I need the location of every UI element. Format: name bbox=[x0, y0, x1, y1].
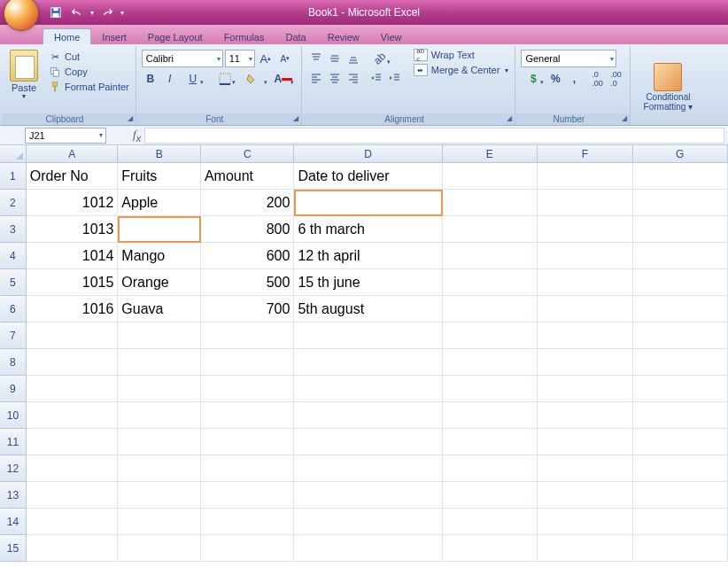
cell-C15[interactable] bbox=[201, 535, 294, 562]
cell-A10[interactable] bbox=[27, 402, 119, 429]
align-left-button[interactable] bbox=[307, 69, 325, 87]
qat-dropdown[interactable]: ▾ bbox=[89, 4, 96, 21]
select-all-corner[interactable] bbox=[0, 145, 27, 163]
cell-F8[interactable] bbox=[538, 349, 632, 376]
row-header-5[interactable]: 5 bbox=[0, 269, 27, 296]
clipboard-launcher[interactable]: ◢ bbox=[128, 114, 133, 122]
cell-B6[interactable]: Guava bbox=[118, 296, 201, 323]
cell-E8[interactable] bbox=[443, 349, 538, 376]
cell-C2[interactable]: 200 bbox=[201, 190, 294, 216]
align-center-button[interactable] bbox=[326, 69, 344, 87]
number-launcher[interactable]: ◢ bbox=[622, 114, 627, 122]
align-bottom-button[interactable] bbox=[345, 50, 362, 67]
alignment-launcher[interactable]: ◢ bbox=[507, 114, 512, 122]
cell-E3[interactable] bbox=[443, 216, 538, 243]
cell-B7[interactable] bbox=[118, 323, 201, 349]
redo-icon[interactable] bbox=[97, 4, 117, 21]
cell-D2[interactable] bbox=[294, 190, 442, 216]
cell-E9[interactable] bbox=[443, 376, 538, 402]
cell-F6[interactable] bbox=[538, 296, 632, 323]
cell-E15[interactable] bbox=[443, 535, 538, 562]
cell-G11[interactable] bbox=[633, 429, 728, 455]
underline-button[interactable]: U bbox=[181, 70, 205, 88]
cell-B4[interactable]: Mango bbox=[118, 243, 201, 269]
row-header-8[interactable]: 8 bbox=[0, 349, 27, 376]
cell-D12[interactable] bbox=[294, 455, 442, 482]
conditional-formatting-button[interactable]: ConditionalFormatting ▾ bbox=[639, 63, 696, 112]
cell-E7[interactable] bbox=[443, 323, 538, 349]
paste-icon[interactable] bbox=[10, 50, 38, 82]
row-header-15[interactable]: 15 bbox=[0, 535, 27, 562]
cell-G12[interactable] bbox=[633, 455, 728, 482]
cell-C11[interactable] bbox=[201, 429, 294, 455]
cell-G14[interactable] bbox=[633, 509, 728, 535]
undo-icon[interactable] bbox=[67, 4, 87, 21]
cell-D5[interactable]: 15 th june bbox=[294, 269, 442, 296]
cell-G2[interactable] bbox=[633, 190, 728, 216]
cell-A11[interactable] bbox=[27, 429, 119, 455]
cell-A9[interactable] bbox=[27, 376, 119, 402]
cell-D4[interactable]: 12 th april bbox=[294, 243, 442, 269]
decrease-decimal-button[interactable]: .00.0 bbox=[607, 70, 624, 88]
tab-view[interactable]: View bbox=[370, 29, 413, 44]
cell-A12[interactable] bbox=[27, 455, 119, 482]
row-header-2[interactable]: 2 bbox=[0, 190, 27, 216]
row-header-10[interactable]: 10 bbox=[0, 402, 27, 429]
cell-B14[interactable] bbox=[118, 509, 201, 535]
paste-dropdown[interactable]: ▼ bbox=[21, 93, 27, 99]
cell-D8[interactable] bbox=[294, 349, 442, 376]
cell-A2[interactable]: 1012 bbox=[27, 190, 119, 216]
cell-D3[interactable]: 6 th march bbox=[294, 216, 442, 243]
decrease-indent-button[interactable] bbox=[368, 69, 385, 87]
cell-G13[interactable] bbox=[633, 482, 728, 509]
accounting-format-button[interactable]: $ bbox=[521, 70, 546, 88]
row-header-13[interactable]: 13 bbox=[0, 482, 27, 509]
shrink-font-button[interactable]: A▾ bbox=[276, 50, 294, 67]
cell-C6[interactable]: 700 bbox=[201, 296, 294, 323]
column-header-B[interactable]: B bbox=[118, 145, 201, 163]
cell-E5[interactable] bbox=[443, 269, 538, 296]
tab-data[interactable]: Data bbox=[275, 29, 316, 44]
tab-insert[interactable]: Insert bbox=[91, 29, 137, 44]
column-header-F[interactable]: F bbox=[538, 145, 632, 163]
cell-C4[interactable]: 600 bbox=[201, 243, 294, 269]
grow-font-button[interactable]: A▴ bbox=[257, 50, 275, 67]
column-header-A[interactable]: A bbox=[27, 145, 118, 163]
formula-bar[interactable] bbox=[144, 128, 724, 144]
font-family-dropdown[interactable]: Calibri bbox=[142, 50, 223, 67]
cell-C7[interactable] bbox=[201, 323, 294, 349]
cell-E4[interactable] bbox=[443, 243, 538, 269]
cell-G6[interactable] bbox=[633, 296, 728, 323]
cell-B12[interactable] bbox=[118, 455, 201, 482]
row-header-11[interactable]: 11 bbox=[0, 429, 27, 455]
font-size-dropdown[interactable]: 11 bbox=[225, 50, 255, 67]
merge-center-button[interactable]: ⬌ Merge & Center ▾ bbox=[411, 63, 512, 77]
comma-button[interactable]: , bbox=[565, 70, 583, 88]
cell-E13[interactable] bbox=[443, 482, 538, 509]
cell-A13[interactable] bbox=[27, 482, 119, 509]
cell-D13[interactable] bbox=[294, 482, 442, 509]
cell-A15[interactable] bbox=[27, 535, 119, 562]
cell-F5[interactable] bbox=[538, 269, 632, 296]
cell-B11[interactable] bbox=[118, 429, 201, 455]
cell-D10[interactable] bbox=[294, 402, 442, 429]
cell-B1[interactable]: Fruits bbox=[118, 163, 201, 190]
copy-button[interactable]: Copy bbox=[46, 65, 132, 79]
cell-B3[interactable] bbox=[118, 216, 201, 243]
cell-F13[interactable] bbox=[538, 482, 632, 509]
cell-E14[interactable] bbox=[443, 509, 538, 535]
cell-C3[interactable]: 800 bbox=[201, 216, 294, 243]
cell-F1[interactable] bbox=[538, 163, 632, 190]
row-header-7[interactable]: 7 bbox=[0, 323, 27, 349]
percent-button[interactable]: % bbox=[546, 70, 564, 88]
tab-review[interactable]: Review bbox=[317, 29, 370, 44]
cell-E6[interactable] bbox=[443, 296, 538, 323]
borders-button[interactable] bbox=[213, 70, 237, 88]
fill-color-button[interactable] bbox=[244, 70, 269, 88]
cell-C13[interactable] bbox=[201, 482, 294, 509]
cell-A8[interactable] bbox=[27, 349, 119, 376]
tab-home[interactable]: Home bbox=[43, 28, 91, 44]
cell-F3[interactable] bbox=[538, 216, 632, 243]
cell-F11[interactable] bbox=[538, 429, 632, 455]
cell-F9[interactable] bbox=[538, 376, 632, 402]
